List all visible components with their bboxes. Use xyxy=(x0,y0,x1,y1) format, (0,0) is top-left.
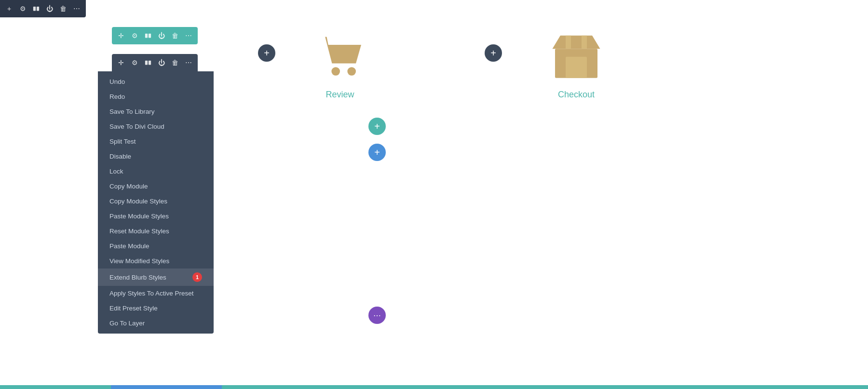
gear-icon-top[interactable]: ⚙ xyxy=(129,30,140,41)
menu-item-redo[interactable]: Redo xyxy=(98,89,214,104)
checkout-label: Checkout xyxy=(558,90,595,100)
bottom-bar xyxy=(0,385,868,389)
ellipsis-icon[interactable]: ⋯ xyxy=(71,3,82,14)
svg-rect-9 xyxy=(582,36,587,49)
element-toolbar-top: ✛ ⚙ ⏻ 🗑 ⋯ xyxy=(112,27,198,44)
menu-item-undo[interactable]: Undo xyxy=(98,74,214,89)
menu-item-disable[interactable]: Disable xyxy=(98,149,214,164)
trash-icon-bottom[interactable]: 🗑 xyxy=(170,57,180,68)
plus-circle-teal[interactable]: + xyxy=(368,118,386,135)
menu-item-copy-module[interactable]: Copy Module xyxy=(98,179,214,194)
checkout-section: Checkout xyxy=(550,29,603,100)
move-icon-top[interactable]: ✛ xyxy=(116,30,126,41)
gear-icon[interactable]: ⚙ xyxy=(17,3,28,14)
menu-item-view-modified-styles[interactable]: View Modified Styles xyxy=(98,254,214,268)
trash-icon[interactable]: 🗑 xyxy=(58,3,68,14)
columns-icon[interactable] xyxy=(31,3,41,14)
element-toolbar-bottom: ✛ ⚙ ⏻ 🗑 ⋯ xyxy=(112,54,198,71)
checkout-icon xyxy=(550,29,603,82)
menu-item-extend-blurb-styles[interactable]: Extend Blurb Styles 1 xyxy=(98,268,214,286)
svg-rect-4 xyxy=(145,61,148,65)
svg-rect-3 xyxy=(149,34,151,38)
ellipsis-icon-top[interactable]: ⋯ xyxy=(183,30,194,41)
move-icon-bottom[interactable]: ✛ xyxy=(116,57,126,68)
plus-icon[interactable]: + xyxy=(4,3,14,14)
cart-icon xyxy=(313,29,366,82)
menu-item-save-library[interactable]: Save To Library xyxy=(98,104,214,119)
svg-rect-8 xyxy=(566,36,571,49)
columns-icon-top[interactable] xyxy=(143,30,153,41)
svg-point-7 xyxy=(347,67,356,76)
menu-item-paste-module[interactable]: Paste Module xyxy=(98,239,214,254)
menu-item-edit-preset-style[interactable]: Edit Preset Style xyxy=(98,301,214,316)
plus-circle-dark-left[interactable]: + xyxy=(258,44,275,62)
extend-blurb-badge: 1 xyxy=(192,272,202,282)
menu-item-save-cloud[interactable]: Save To Divi Cloud xyxy=(98,119,214,134)
top-toolbar: + ⚙ ⏻ 🗑 ⋯ xyxy=(0,0,86,17)
context-menu: Undo Redo Save To Library Save To Divi C… xyxy=(98,71,214,334)
menu-item-apply-styles-preset[interactable]: Apply Styles To Active Preset xyxy=(98,286,214,301)
svg-rect-0 xyxy=(33,7,36,11)
power-icon-top[interactable]: ⏻ xyxy=(156,30,167,41)
power-icon[interactable]: ⏻ xyxy=(44,3,55,14)
gear-icon-bottom[interactable]: ⚙ xyxy=(129,57,140,68)
plus-circle-blue[interactable]: + xyxy=(368,144,386,161)
menu-item-copy-module-styles[interactable]: Copy Module Styles xyxy=(98,194,214,209)
menu-item-lock[interactable]: Lock xyxy=(98,164,214,179)
menu-item-reset-module-styles[interactable]: Reset Module Styles xyxy=(98,224,214,239)
svg-rect-1 xyxy=(37,7,39,11)
svg-point-6 xyxy=(331,67,340,76)
menu-item-go-to-layer[interactable]: Go To Layer xyxy=(98,316,214,331)
power-icon-bottom[interactable]: ⏻ xyxy=(156,57,167,68)
menu-item-split-test[interactable]: Split Test xyxy=(98,134,214,149)
review-section: Review xyxy=(313,29,366,100)
trash-icon-top[interactable]: 🗑 xyxy=(170,30,180,41)
columns-icon-bottom[interactable] xyxy=(143,57,153,68)
menu-item-paste-module-styles[interactable]: Paste Module Styles xyxy=(98,209,214,224)
ellipsis-icon-bottom[interactable]: ⋯ xyxy=(183,57,194,68)
svg-rect-2 xyxy=(145,34,148,38)
review-label: Review xyxy=(326,90,354,100)
svg-rect-5 xyxy=(149,61,151,65)
svg-rect-11 xyxy=(566,57,587,78)
plus-circle-dark-right[interactable]: + xyxy=(485,44,502,62)
purple-dots-button[interactable]: ⋯ xyxy=(368,307,386,324)
